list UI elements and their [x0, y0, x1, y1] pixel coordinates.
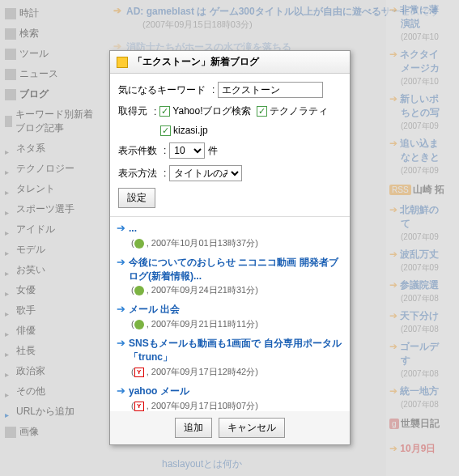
yahoo-label: Yahoo!ブログ検索	[172, 104, 251, 118]
yahoo-checkbox[interactable]	[159, 106, 170, 117]
dialog-form: 気になるキーワード: 取得元: Yahoo!ブログ検索 テクノラティ kizas…	[110, 74, 350, 217]
arrow-icon: ➔	[117, 303, 125, 315]
kizasi-label: kizasi.jp	[173, 125, 208, 136]
result-link[interactable]: yahoo メール	[129, 385, 189, 398]
dialog-footer: 追加 キャンセル	[110, 411, 350, 444]
count-unit: 件	[208, 144, 218, 158]
technorati-label: テクノラティ	[270, 104, 328, 118]
result-item: ➔yahoo メール(Y, 2007年09月17日10時07分)	[117, 385, 343, 411]
kizasi-checkbox[interactable]	[160, 125, 171, 136]
arrow-icon: ➔	[117, 385, 125, 397]
result-link[interactable]: メール 出会	[129, 303, 180, 317]
source-icon: Y	[134, 402, 144, 411]
result-item: ➔SNSもメールも動画も1画面で 自分専用ポータル「trunc」(Y, 2007…	[117, 337, 343, 381]
result-link[interactable]: ...	[129, 222, 137, 236]
result-date: (, 2007年09月21日11時11分)	[131, 318, 343, 330]
results-list[interactable]: ➔...(, 2007年10月01日13時37分)➔今後についてのおしらせ ニコ…	[110, 217, 350, 411]
keyword-label: 気になるキーワード	[118, 83, 206, 97]
result-date: (Y, 2007年09月17日12時42分)	[131, 366, 343, 378]
method-label: 表示方法	[118, 167, 157, 181]
settings-button[interactable]: 設定	[118, 188, 155, 208]
count-select[interactable]: 10	[169, 142, 205, 159]
source-icon	[134, 239, 144, 249]
technorati-checkbox[interactable]	[257, 106, 267, 117]
result-link[interactable]: SNSもメールも動画も1画面で 自分専用ポータル「trunc」	[129, 337, 343, 364]
dialog-title-text: 「エクストーン」新着ブログ	[133, 55, 259, 69]
source-icon: Y	[134, 368, 144, 377]
method-select[interactable]: タイトルのみ	[169, 165, 242, 181]
result-date: (Y, 2007年09月17日10時07分)	[131, 400, 343, 411]
folder-icon	[117, 57, 128, 68]
source-icon	[134, 286, 144, 295]
dialog-title-bar: 「エクストーン」新着ブログ	[110, 51, 350, 74]
result-date: (, 2007年10月01日13時37分)	[131, 237, 343, 249]
result-link[interactable]: 今後についてのおしらせ ニコニコ動画 開発者ブログ(新着情報)...	[129, 256, 343, 283]
cancel-button[interactable]: キャンセル	[219, 418, 285, 438]
arrow-icon: ➔	[117, 256, 125, 268]
arrow-icon: ➔	[117, 222, 125, 234]
source-icon	[134, 320, 144, 329]
keyword-input[interactable]	[218, 82, 323, 98]
result-item: ➔メール 出会(, 2007年09月21日11時11分)	[117, 303, 343, 334]
add-button[interactable]: 追加	[175, 418, 212, 438]
arrow-icon: ➔	[117, 337, 125, 349]
source-label: 取得元	[118, 104, 147, 118]
result-date: (, 2007年09月24日21時31分)	[131, 284, 343, 296]
count-label: 表示件数	[118, 144, 157, 158]
blog-dialog: 「エクストーン」新着ブログ 気になるキーワード: 取得元: Yahoo!ブログ検…	[109, 50, 351, 445]
result-item: ➔今後についてのおしらせ ニコニコ動画 開発者ブログ(新着情報)...(, 20…	[117, 256, 343, 300]
result-item: ➔...(, 2007年10月01日13時37分)	[117, 222, 343, 253]
